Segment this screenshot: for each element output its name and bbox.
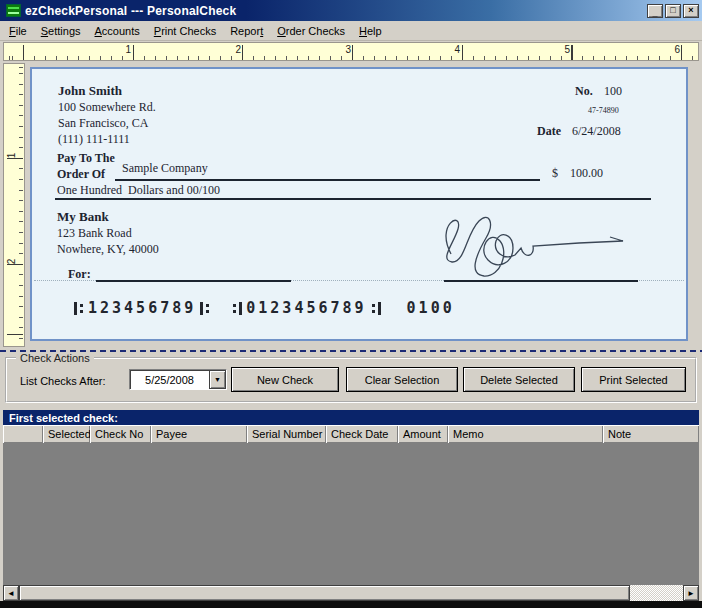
menu-print-checks[interactable]: Print Checks [147, 22, 223, 40]
micr-routing: 123456789 [88, 299, 196, 317]
scroll-right-icon: ► [687, 589, 695, 598]
menu-help[interactable]: Help [352, 22, 389, 40]
check-actions-group: Check Actions List Checks After: 5/25/20… [5, 357, 697, 403]
app-icon [6, 4, 21, 17]
maximize-button[interactable]: □ [665, 4, 681, 18]
payer-name: John Smith [58, 83, 122, 99]
chevron-down-icon: ▼ [214, 376, 221, 383]
window-title: ezCheckPersonal --- PersonalCheck [25, 4, 647, 18]
ruler-mark: 6 [666, 44, 680, 55]
bank-address2: Nowhere, KY, 40000 [57, 242, 159, 257]
title-bar: ezCheckPersonal --- PersonalCheck _ □ × [0, 0, 702, 21]
maximize-icon: □ [670, 6, 675, 15]
menu-order-checks[interactable]: Order Checks [270, 22, 352, 40]
horizontal-scrollbar: ◄ ► [3, 585, 699, 601]
scroll-left-icon: ◄ [7, 589, 15, 598]
amount-words-line [55, 198, 651, 200]
ruler-mark: 3 [337, 44, 351, 55]
horizontal-ruler: 1 2 3 4 5 6 [3, 42, 699, 61]
col-header-note[interactable]: Note [603, 425, 699, 443]
ruler-mark: 1 [6, 150, 17, 162]
app-window: ezCheckPersonal --- PersonalCheck _ □ × … [0, 0, 702, 608]
col-header-selected[interactable]: Selected [43, 425, 90, 443]
checks-table-body[interactable] [3, 443, 699, 585]
scroll-right-button[interactable]: ► [683, 585, 699, 601]
micr-line: 123456789 0123456789 0100 [70, 299, 455, 317]
menu-bar: File Settings Accounts Print Checks Repo… [0, 21, 702, 41]
ruler-mark: 1 [117, 44, 131, 55]
col-header-check-date[interactable]: Check Date [326, 425, 398, 443]
check-preview: John Smith 100 Somewhere Rd. San Francis… [30, 67, 688, 341]
micr-transit-icon [200, 302, 210, 315]
list-checks-after-date-picker[interactable]: 5/25/2008 ▼ [129, 369, 227, 390]
col-header-blank[interactable] [3, 425, 43, 443]
list-checks-after-label: List Checks After: [20, 375, 106, 387]
pay-to-label-1: Pay To The [57, 151, 115, 166]
scroll-left-button[interactable]: ◄ [3, 585, 19, 601]
micr-account: 0123456789 [246, 299, 366, 317]
payee-name: Sample Company [122, 161, 208, 176]
scrollbar-thumb[interactable] [19, 585, 630, 601]
check-number: 100 [604, 84, 622, 99]
vertical-ruler: 1 2 [3, 63, 25, 347]
check-number-label: No. [575, 84, 593, 99]
window-bottom-edge [0, 601, 702, 608]
date-label: Date [537, 124, 561, 139]
section-divider [0, 350, 702, 352]
menu-file[interactable]: File [2, 22, 34, 40]
close-button[interactable]: × [683, 4, 699, 18]
check-date: 6/24/2008 [572, 124, 621, 139]
minimize-icon: _ [652, 9, 657, 18]
date-picker-dropdown-button[interactable]: ▼ [209, 370, 226, 389]
clear-selection-button[interactable]: Clear Selection [346, 367, 458, 392]
ruler-mark: 2 [6, 256, 17, 268]
ruler-mark: 4 [446, 44, 460, 55]
col-header-memo[interactable]: Memo [448, 425, 603, 443]
new-check-button[interactable]: New Check [231, 367, 339, 392]
pay-to-label-2: Order Of [57, 167, 105, 182]
amount-numeric: 100.00 [570, 166, 603, 181]
memo-line [96, 280, 291, 282]
print-selected-button[interactable]: Print Selected [581, 367, 686, 392]
micr-transit-icon [74, 302, 84, 315]
signature [427, 204, 642, 284]
delete-selected-button[interactable]: Delete Selected [463, 367, 575, 392]
col-header-check-no[interactable]: Check No [90, 425, 151, 443]
col-header-amount[interactable]: Amount [398, 425, 448, 443]
amount-words: One Hundred Dollars and 00/100 [57, 183, 220, 198]
dollar-sign: $ [552, 166, 558, 181]
ruler-mark: 5 [556, 44, 570, 55]
checks-table-header: Selected Check No Payee Serial Number Ch… [3, 425, 699, 443]
payee-line [115, 179, 540, 181]
micr-onus-icon [232, 302, 242, 315]
menu-report[interactable]: Report [223, 22, 270, 40]
col-header-payee[interactable]: Payee [151, 425, 247, 443]
ruler-mark: 2 [227, 44, 241, 55]
bank-name: My Bank [57, 209, 109, 225]
payer-phone: (111) 111-1111 [58, 132, 130, 147]
bank-address1: 123 Bank Road [57, 226, 132, 241]
payer-address2: San Francisco, CA [58, 116, 148, 131]
first-selected-check-bar: First selected check: [3, 410, 699, 425]
close-icon: × [688, 6, 693, 15]
col-header-serial-number[interactable]: Serial Number [247, 425, 326, 443]
for-label: For: [68, 267, 91, 282]
micr-check-number: 0100 [407, 299, 455, 317]
micr-onus-icon [371, 302, 381, 315]
date-picker-value: 5/25/2008 [130, 370, 209, 389]
first-selected-check-label: First selected check: [9, 412, 118, 424]
payer-address1: 100 Somewhere Rd. [58, 100, 156, 115]
menu-settings[interactable]: Settings [34, 22, 88, 40]
bank-fraction: 47-74890 [588, 106, 619, 115]
menu-accounts[interactable]: Accounts [88, 22, 147, 40]
group-title: Check Actions [16, 352, 94, 364]
minimize-button[interactable]: _ [647, 4, 663, 18]
scrollbar-track[interactable] [630, 585, 683, 601]
